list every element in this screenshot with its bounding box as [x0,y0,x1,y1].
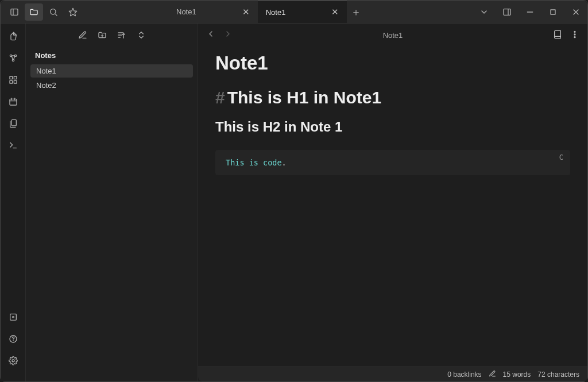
edit-mode-icon[interactable] [489,370,496,379]
svg-point-27 [13,341,13,341]
code-language-label: C [559,153,563,161]
status-bar: 0 backlinks 15 words 72 characters [198,366,587,381]
tab-label: Note1 [266,8,286,17]
svg-point-33 [574,36,575,37]
svg-point-28 [12,360,14,362]
editor-area[interactable]: Note1 #This is H1 in Note1 This is H2 in… [198,47,587,366]
collapse-expand-icon[interactable] [137,30,146,40]
new-note-icon[interactable] [78,30,87,40]
code-dot: . [282,158,287,167]
app-body: Notes Note1 Note2 Note1 Note1 #This is H… [1,24,587,381]
h1-text: This is H1 in Note1 [227,88,381,107]
svg-marker-4 [69,8,76,16]
graph-icon[interactable] [6,51,20,65]
app-window: Note1 ✕ Note1 ✕ ＋ [0,0,588,382]
svg-rect-16 [10,80,13,83]
reading-view-icon[interactable] [553,30,562,41]
svg-point-31 [574,31,575,32]
svg-point-25 [12,317,14,318]
new-folder-icon[interactable] [98,30,107,40]
tab-note1-active[interactable]: Note1 ✕ [258,1,347,23]
files-icon[interactable] [25,3,43,21]
svg-rect-5 [504,9,510,15]
svg-rect-22 [11,119,16,126]
svg-point-32 [574,34,575,35]
note-title[interactable]: Note1 [215,52,570,74]
close-window-icon[interactable] [564,1,587,24]
main-pane: Note1 Note1 #This is H1 in Note1 This is… [198,24,587,381]
h1-heading[interactable]: #This is H1 in Note1 [215,88,570,107]
file-sidebar: Notes Note1 Note2 [26,24,198,381]
code-text: This is code [226,158,282,167]
svg-point-2 [51,9,56,14]
sort-icon[interactable] [117,30,126,40]
main-header: Note1 [198,24,587,47]
quick-switcher-icon[interactable] [6,29,20,43]
file-list: Note1 Note2 [26,64,198,92]
toggle-left-sidebar-icon[interactable] [5,3,24,21]
help-icon[interactable] [6,332,20,346]
titlebar: Note1 ✕ Note1 ✕ ＋ [1,1,587,24]
nav-forward-icon[interactable] [223,29,233,41]
settings-icon[interactable] [6,354,20,368]
svg-line-3 [55,14,57,16]
command-palette-icon[interactable] [6,138,20,152]
new-tab-button[interactable]: ＋ [347,1,365,23]
titlebar-left-tools [1,3,82,21]
more-options-icon[interactable] [570,30,579,41]
word-count[interactable]: 15 words [503,371,531,379]
daily-note-icon[interactable] [6,95,20,109]
tab-note1-inactive[interactable]: Note1 ✕ [168,1,258,23]
svg-rect-0 [11,9,18,15]
tab-bar: Note1 ✕ Note1 ✕ ＋ [168,1,365,23]
svg-rect-24 [10,314,16,321]
bookmark-icon[interactable] [64,3,82,21]
file-item-label: Note1 [36,67,56,75]
file-item-label: Note2 [36,81,56,90]
svg-rect-18 [10,99,17,105]
vault-icon[interactable] [6,310,20,324]
vault-title[interactable]: Notes [26,47,198,64]
window-controls [473,1,587,24]
templates-icon[interactable] [6,117,20,130]
close-icon[interactable]: ✕ [242,7,250,17]
breadcrumb-title[interactable]: Note1 [241,31,545,40]
code-block[interactable]: C This is code. [215,150,570,175]
tab-dropdown-icon[interactable] [473,1,496,24]
svg-rect-17 [14,80,17,83]
icon-rail [1,24,26,381]
close-icon[interactable]: ✕ [331,7,339,17]
file-item-note2[interactable]: Note2 [30,79,193,92]
backlinks-count[interactable]: 0 backlinks [447,371,481,379]
canvas-icon[interactable] [6,73,20,87]
file-item-note1[interactable]: Note1 [30,64,193,78]
svg-rect-14 [10,76,13,79]
char-count[interactable]: 72 characters [537,371,579,379]
minimize-icon[interactable] [519,1,541,24]
svg-rect-15 [14,76,17,79]
svg-rect-8 [551,10,555,14]
search-icon[interactable] [44,3,63,21]
heading-hash: # [215,88,225,107]
nav-back-icon[interactable] [206,29,215,41]
h2-heading[interactable]: This is H2 in Note 1 [215,119,570,135]
tab-label: Note1 [176,7,196,16]
maximize-icon[interactable] [541,1,564,24]
sidebar-toolbar [26,24,198,47]
toggle-right-sidebar-icon[interactable] [496,1,519,24]
